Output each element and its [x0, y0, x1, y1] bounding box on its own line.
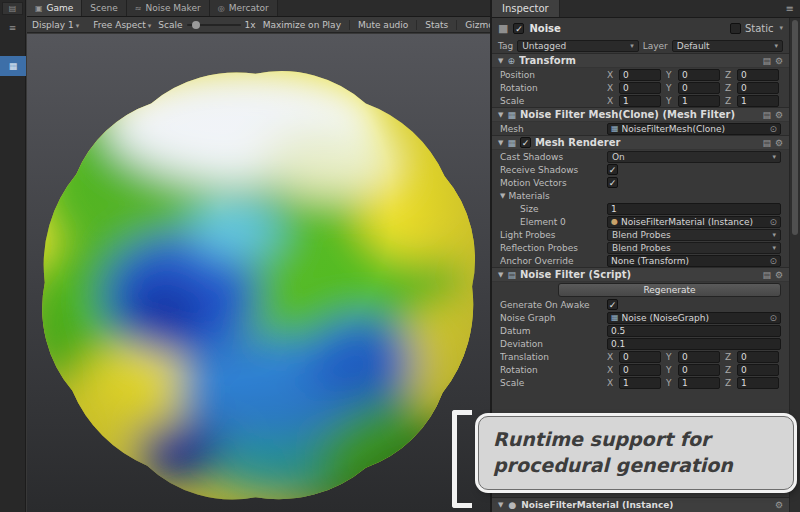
- mesh-filter-component-header[interactable]: ▼ ▦ Noise Filter Mesh(Clone) (Mesh Filte…: [492, 107, 789, 122]
- anchor-override-field[interactable]: None (Transform) ⊙: [607, 255, 781, 267]
- foldout-icon[interactable]: ▼: [498, 57, 503, 65]
- foldout-icon[interactable]: ▼: [498, 501, 503, 509]
- materials-foldout-row[interactable]: ▼ Materials: [492, 189, 789, 202]
- datum-row: Datum 0.5: [492, 324, 789, 337]
- transform-component-header[interactable]: ▼ ⊕ Transform ▤ ⚙: [492, 53, 789, 68]
- toolbar-separator: [416, 20, 417, 30]
- gear-icon[interactable]: ⚙: [775, 270, 783, 280]
- scrollbar-thumb[interactable]: [792, 20, 798, 235]
- object-picker-icon[interactable]: ⊙: [769, 313, 777, 323]
- foldout-icon[interactable]: ▼: [498, 111, 503, 119]
- chevron-down-icon[interactable]: ▾: [779, 24, 783, 32]
- gear-icon[interactable]: ⚙: [775, 138, 783, 148]
- nf-rotation-z-field[interactable]: 0: [737, 364, 779, 376]
- mesh-row: Mesh ▦ NoiseFilterMesh(Clone) ⊙: [492, 122, 789, 135]
- tab-game[interactable]: ▣ Game: [27, 0, 82, 16]
- gear-icon[interactable]: ⚙: [775, 56, 783, 66]
- noise-graph-object-field[interactable]: ▦ Noise (NoiseGraph) ⊙: [607, 312, 781, 324]
- position-z-field[interactable]: 0: [737, 69, 779, 81]
- gear-icon[interactable]: ⚙: [775, 110, 783, 120]
- help-icon[interactable]: ▤: [762, 270, 771, 280]
- tab-noise-maker[interactable]: ≈ Noise Maker: [127, 0, 210, 16]
- row-label: Deviation: [500, 339, 604, 349]
- deviation-field[interactable]: 0.1: [607, 338, 781, 350]
- static-checkbox[interactable]: [730, 23, 741, 34]
- rail-menu-icon[interactable]: ≡: [0, 23, 25, 33]
- row-label: Scale: [500, 378, 604, 388]
- aspect-dropdown[interactable]: Free Aspect▾: [93, 20, 151, 30]
- foldout-icon[interactable]: ▼: [498, 271, 503, 279]
- reflection-probes-dropdown[interactable]: Blend Probes ▾: [607, 242, 781, 254]
- cast-shadows-value: On: [612, 152, 770, 162]
- translation-y-field[interactable]: 0: [678, 351, 720, 363]
- nf-scale-x-field[interactable]: 1: [619, 377, 661, 389]
- row-label: Rotation: [500, 83, 604, 93]
- row-label: Noise Graph: [500, 313, 604, 323]
- scale-x-field[interactable]: 1: [619, 95, 661, 107]
- help-icon[interactable]: ▤: [762, 138, 771, 148]
- tab-scene[interactable]: Scene: [82, 0, 126, 16]
- rotation-z-field[interactable]: 0: [737, 82, 779, 94]
- object-picker-icon[interactable]: ⊙: [769, 256, 777, 266]
- scale-slider-thumb[interactable]: [192, 21, 200, 29]
- tab-label: Mercator: [229, 3, 269, 13]
- rotation-y-field[interactable]: 0: [678, 82, 720, 94]
- foldout-icon[interactable]: ▼: [498, 139, 503, 147]
- tab-mercator[interactable]: ◎ Mercator: [210, 0, 278, 16]
- position-x-field[interactable]: 0: [619, 69, 661, 81]
- nf-scale-y-field[interactable]: 1: [678, 377, 720, 389]
- rotation-x-field[interactable]: 0: [619, 82, 661, 94]
- translation-x-field[interactable]: 0: [619, 351, 661, 363]
- active-checkbox[interactable]: ✓: [513, 23, 524, 34]
- noise-filter-component-header[interactable]: ▼ ▤ Noise Filter (Script) ▤ ⚙: [492, 267, 789, 282]
- regenerate-button[interactable]: Regenerate: [558, 283, 781, 297]
- size-field[interactable]: 1: [607, 203, 781, 215]
- nf-rotation-x-field[interactable]: 0: [619, 364, 661, 376]
- nf-scale-z-field[interactable]: 1: [737, 377, 779, 389]
- gear-icon[interactable]: ⚙: [775, 500, 783, 510]
- component-enabled-checkbox[interactable]: ✓: [520, 137, 531, 148]
- light-probes-dropdown[interactable]: Blend Probes ▾: [607, 229, 781, 241]
- help-icon[interactable]: ▤: [762, 110, 771, 120]
- toolbar-separator: [456, 20, 457, 30]
- mesh-renderer-component-header[interactable]: ▼ ▦ ✓ Mesh Renderer ▤ ⚙: [492, 135, 789, 150]
- foldout-icon[interactable]: ▼: [500, 192, 505, 200]
- panel-menu-icon[interactable]: ≡: [786, 3, 800, 17]
- cast-shadows-dropdown[interactable]: On ▾: [607, 151, 781, 163]
- anchor-override-row: Anchor Override None (Transform) ⊙: [492, 254, 789, 267]
- scale-y-field[interactable]: 1: [678, 95, 720, 107]
- maximize-on-play-button[interactable]: Maximize on Play: [263, 20, 341, 30]
- mesh-object-field[interactable]: ▦ NoiseFilterMesh(Clone) ⊙: [607, 123, 781, 135]
- motion-vectors-checkbox[interactable]: ✓: [607, 177, 618, 188]
- layer-dropdown[interactable]: Default ▾: [672, 40, 783, 52]
- mercator-tab-icon: ◎: [218, 4, 225, 13]
- generate-on-awake-checkbox[interactable]: ✓: [607, 299, 618, 310]
- chevron-down-icon: ▾: [148, 22, 152, 30]
- rail-selected-item[interactable]: ▦: [0, 56, 26, 76]
- nf-rotation-y-field[interactable]: 0: [678, 364, 720, 376]
- mute-audio-button[interactable]: Mute audio: [358, 20, 408, 30]
- rail-tab[interactable]: ▤: [2, 2, 23, 15]
- element0-object-field[interactable]: ● NoiseFilterMaterial (Instance) ⊙: [607, 216, 781, 228]
- datum-field[interactable]: 0.5: [607, 325, 781, 337]
- game-view-panel: ▣ Game Scene ≈ Noise Maker ◎ Mercator Di…: [27, 0, 490, 512]
- chevron-down-icon: ▾: [774, 42, 778, 50]
- gameobject-name[interactable]: Noise: [529, 23, 560, 34]
- help-icon[interactable]: ▤: [762, 56, 771, 66]
- tab-inspector[interactable]: Inspector: [492, 0, 560, 17]
- scale-z-field[interactable]: 1: [737, 95, 779, 107]
- scale-slider[interactable]: [187, 24, 241, 26]
- game-toolbar-right: Maximize on Play Mute audio Stats Gizmos…: [263, 20, 504, 30]
- position-y-field[interactable]: 0: [678, 69, 720, 81]
- tag-dropdown[interactable]: Untagged ▾: [517, 40, 638, 52]
- object-picker-icon[interactable]: ⊙: [769, 124, 777, 134]
- display-dropdown[interactable]: Display 1▾: [32, 20, 79, 30]
- tag-layer-row: Tag Untagged ▾ Layer Default ▾: [492, 38, 789, 53]
- object-picker-icon[interactable]: ⊙: [769, 217, 777, 227]
- receive-shadows-checkbox[interactable]: ✓: [607, 164, 618, 175]
- material-footer-header[interactable]: ▼ ● NoiseFilterMaterial (Instance) ⚙: [492, 497, 789, 512]
- aspect-dropdown-label: Free Aspect: [93, 20, 146, 30]
- translation-z-field[interactable]: 0: [737, 351, 779, 363]
- game-viewport[interactable]: [27, 34, 490, 512]
- stats-button[interactable]: Stats: [425, 20, 448, 30]
